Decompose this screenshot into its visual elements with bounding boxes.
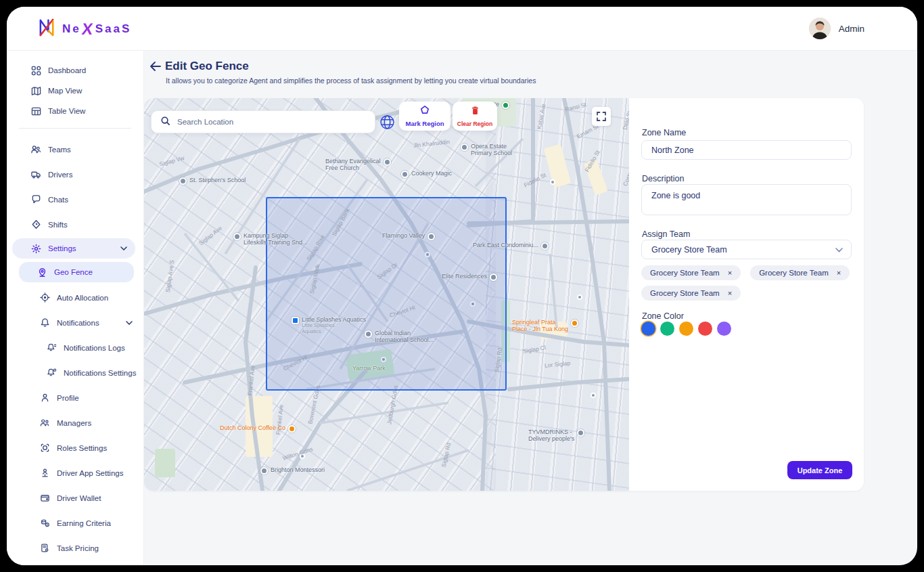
- assign-team-value: Grocery Store Team: [651, 245, 727, 255]
- zone-name-value: North Zone: [651, 146, 694, 155]
- team-tag-chip[interactable]: Grocery Store Team ×: [641, 286, 741, 301]
- poi-sublabel: Little Splashes Aquatics: [302, 323, 366, 334]
- team-tag-chip[interactable]: Grocery Store Team ×: [641, 265, 741, 280]
- map-poi: Elite Residences: [442, 273, 497, 281]
- sidebar-item[interactable]: Driver Wallet: [7, 485, 143, 510]
- sidebar-item-icon: [30, 144, 41, 155]
- brand-name: NeXSaaS: [62, 20, 131, 39]
- poi-marker-icon: [292, 317, 299, 324]
- assign-team-select[interactable]: Grocery Store Team: [641, 240, 852, 259]
- sidebar-item-icon: [39, 393, 50, 403]
- sidebar-item[interactable]: Driver App Settings: [7, 460, 143, 485]
- sidebar-item-label: Driver App Settings: [57, 469, 123, 477]
- poi-label: Springleaf Prata Place - Jln Tua Kong: [512, 319, 568, 333]
- team-tags: Grocery Store Team × Grocery Store Team …: [641, 265, 858, 301]
- clear-region-button[interactable]: Clear Region: [453, 102, 497, 131]
- poi-label: St. Stephen's School: [189, 177, 246, 183]
- sidebar-item[interactable]: Chats: [7, 187, 143, 212]
- search-placeholder: Search Location: [177, 118, 233, 126]
- sidebar-item-icon: [37, 267, 47, 278]
- sidebar-item-icon: [30, 169, 41, 180]
- color-swatch[interactable]: [717, 322, 731, 336]
- poi-marker-icon: [428, 233, 435, 240]
- sidebar-item[interactable]: Table View: [7, 101, 143, 121]
- map-canvas[interactable]: Siglap VwSiglap AveSiglap Ave SJln Khair…: [144, 98, 629, 491]
- chevron-down-icon[interactable]: [126, 321, 133, 325]
- chevron-down-icon: [835, 245, 843, 255]
- color-swatch[interactable]: [660, 322, 674, 336]
- poi-marker-icon: [571, 320, 578, 327]
- sidebar-item[interactable]: Shifts: [7, 212, 143, 237]
- sidebar-item-label: Auto Allocation: [57, 294, 108, 302]
- sidebar-item[interactable]: Notifications Logs: [7, 335, 143, 360]
- user-menu[interactable]: Admin: [809, 18, 864, 39]
- avatar[interactable]: [809, 18, 831, 39]
- back-arrow-icon[interactable]: [150, 62, 161, 74]
- poi-label: Opera Estate Primary School: [471, 143, 512, 157]
- description-label: Description: [642, 174, 685, 183]
- description-input[interactable]: Zone is good: [641, 184, 852, 215]
- zone-name-input[interactable]: North Zone: [641, 140, 852, 160]
- map-poi: Little Splashes Aquatics Little Splashes…: [292, 316, 366, 334]
- remove-tag-icon[interactable]: ×: [728, 289, 732, 297]
- map-poi: Dutch Colony Coffee Co: [220, 424, 296, 433]
- sidebar-item-icon: [39, 317, 50, 328]
- team-tag-chip[interactable]: Grocery Store Team ×: [750, 265, 850, 280]
- poi-marker-icon: [179, 177, 187, 185]
- sidebar-item-label: Notifications Logs: [64, 344, 125, 352]
- fullscreen-button[interactable]: [592, 107, 611, 126]
- poi-label: Kampung Siglap Lifeskills Training Snd..…: [244, 232, 308, 246]
- sidebar-item-icon: [30, 106, 41, 116]
- sidebar-item[interactable]: Profile: [7, 385, 143, 410]
- poi-marker-icon: [502, 102, 509, 109]
- sidebar-item-label: Notifications Settings: [64, 369, 136, 377]
- sidebar-item-icon: [46, 343, 57, 353]
- mark-region-button[interactable]: Mark Region: [399, 102, 451, 131]
- chevron-down-icon[interactable]: [120, 246, 127, 250]
- poi-label: Global Indian International School...: [375, 330, 434, 344]
- remove-tag-icon[interactable]: ×: [728, 269, 732, 277]
- sidebar-item[interactable]: Task Pricing: [7, 535, 143, 560]
- team-tag-label: Grocery Store Team: [759, 269, 829, 277]
- sidebar-item[interactable]: Managers: [7, 410, 143, 435]
- color-swatch[interactable]: [698, 322, 712, 336]
- sidebar-item-label: Dashboard: [48, 66, 86, 74]
- map-poi: Global Indian International School...: [365, 330, 434, 344]
- sidebar-item[interactable]: Drivers: [7, 162, 143, 187]
- sidebar-item[interactable]: Teams: [7, 137, 143, 162]
- poi-marker-icon: [384, 158, 391, 166]
- update-zone-button[interactable]: Update Zone: [787, 461, 852, 479]
- poi-label: Yarrow Park: [352, 365, 386, 372]
- sidebar-item[interactable]: Roles Settings: [7, 435, 143, 460]
- zone-color-picker: [641, 322, 731, 336]
- remove-tag-icon[interactable]: ×: [837, 269, 841, 277]
- sidebar-item[interactable]: Earning Criteria: [7, 510, 143, 535]
- poi-label: Dutch Colony Coffee Co: [220, 424, 285, 431]
- sidebar-item[interactable]: Settings: [12, 238, 135, 259]
- sidebar-item[interactable]: Notifications: [7, 310, 143, 335]
- brand-logo: NeXSaaS: [38, 18, 131, 40]
- poi-marker-icon: [577, 429, 584, 437]
- poi-marker-icon: [260, 467, 268, 475]
- map-poi: Flamingo Valley: [382, 232, 435, 240]
- sidebar-item[interactable]: Auto Allocation: [7, 285, 143, 310]
- color-swatch[interactable]: [641, 322, 655, 336]
- poi-marker-icon: [541, 242, 549, 250]
- color-swatch[interactable]: [679, 322, 693, 336]
- sidebar-item[interactable]: Dashboard: [7, 60, 143, 81]
- map-poi: Kampung Siglap Lifeskills Training Snd..…: [233, 232, 308, 246]
- sidebar-item-icon: [30, 243, 41, 254]
- brand-logo-icon: [38, 18, 56, 40]
- sidebar-item[interactable]: Notifications Settings: [7, 360, 143, 385]
- sidebar-item-icon: [39, 418, 50, 428]
- sidebar-item[interactable]: Map View: [7, 81, 143, 101]
- sidebar-item-label: Shifts: [48, 221, 68, 229]
- globe-icon[interactable]: [379, 114, 395, 133]
- sidebar-group-main: Teams Drivers Chats Shifts Settings: [7, 137, 143, 560]
- sidebar-item[interactable]: Geo Fence: [19, 262, 134, 282]
- team-tag-label: Grocery Store Team: [650, 289, 720, 297]
- map-poi: Springleaf Prata Place - Jln Tua Kong: [512, 319, 578, 333]
- sidebar-item-label: Earning Criteria: [57, 519, 111, 527]
- poi-label: Cookery Magic: [411, 170, 452, 177]
- search-location-box[interactable]: Search Location: [151, 110, 375, 133]
